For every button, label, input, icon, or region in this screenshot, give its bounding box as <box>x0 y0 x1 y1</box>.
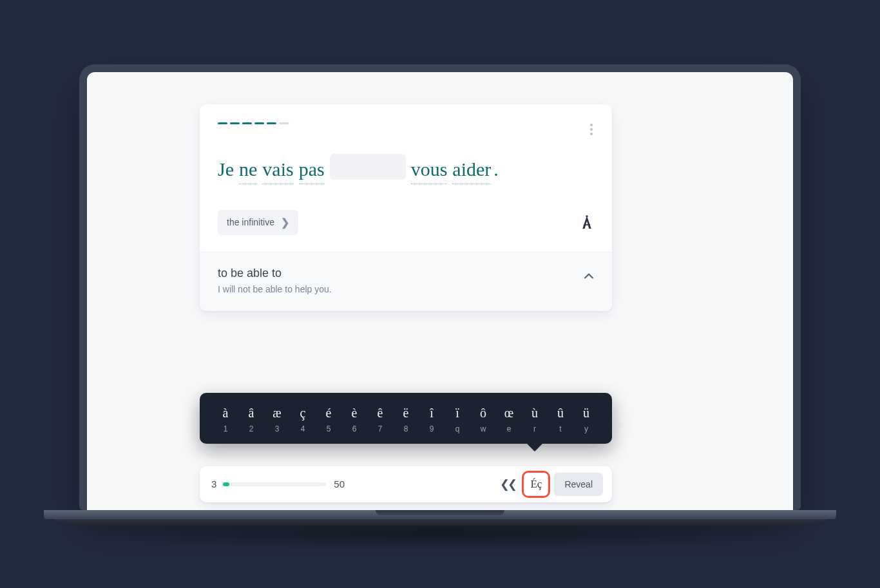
accent-char: ï <box>445 406 470 421</box>
translation-title: to be able to <box>218 267 594 280</box>
progress-dash <box>267 122 276 124</box>
card-top: Jenevaispasvousaider. the infinitive ❯ <box>200 104 612 252</box>
accent-shortcut: 2 <box>238 424 264 433</box>
progress-track[interactable] <box>223 482 326 486</box>
progress-dash <box>242 122 252 124</box>
chevron-right-icon: ❯ <box>281 216 289 229</box>
progress-total: 50 <box>334 479 345 489</box>
progress-dash <box>279 122 289 124</box>
translation-panel: to be able to I will not be able to help… <box>200 252 612 311</box>
accent-key[interactable]: ïq <box>445 403 470 436</box>
accent-shortcut: 3 <box>264 424 290 433</box>
hint-label: the infinitive <box>227 217 274 227</box>
accent-char: û <box>548 406 573 421</box>
collapse-button[interactable] <box>581 268 597 283</box>
sentence: Jenevaispasvousaider. <box>218 150 594 184</box>
accent-char: è <box>341 406 367 421</box>
accent-char: æ <box>264 406 290 421</box>
accent-shortcut: e <box>496 424 522 433</box>
accent-key[interactable]: à1 <box>213 403 238 436</box>
accent-shortcut: w <box>470 424 496 433</box>
sentence-period: . <box>493 156 499 183</box>
accent-char: é <box>316 406 341 421</box>
sentence-word[interactable]: aider <box>452 156 491 184</box>
progress-dash <box>230 122 240 124</box>
accent-char: ç <box>290 406 316 421</box>
translation-subtitle: I will not be able to help you. <box>218 284 594 294</box>
accent-shortcut: q <box>445 424 470 433</box>
accent-key[interactable]: ùr <box>522 403 548 436</box>
accent-shortcut: 5 <box>316 424 341 433</box>
progress-dash <box>218 122 227 124</box>
accent-char: î <box>419 406 445 421</box>
progress-dash <box>254 122 264 124</box>
accent-char: œ <box>496 406 522 421</box>
progress-current: 3 <box>211 479 216 489</box>
accent-key[interactable]: è6 <box>341 403 367 436</box>
accent-key[interactable]: ê7 <box>367 403 393 436</box>
accent-key[interactable]: ç4 <box>290 403 316 436</box>
accent-char: ê <box>367 406 393 421</box>
exercise-card: Jenevaispasvousaider. the infinitive ❯ <box>200 104 612 311</box>
more-menu-button[interactable] <box>586 120 597 139</box>
accent-shortcut: r <box>522 424 548 433</box>
sentence-word[interactable]: ne <box>239 156 257 184</box>
accent-char: à <box>213 406 238 421</box>
language-icon <box>580 214 594 230</box>
svg-point-0 <box>586 215 588 217</box>
accent-key[interactable]: â2 <box>238 403 264 436</box>
svg-rect-1 <box>584 224 590 225</box>
accent-shortcut: 8 <box>393 424 419 433</box>
accent-key[interactable]: ôw <box>470 403 496 436</box>
sentence-word[interactable]: vous <box>411 156 448 184</box>
rewind-button[interactable]: ❮❮ <box>495 473 521 495</box>
accent-shortcut: 7 <box>367 424 393 433</box>
accent-key[interactable]: ë8 <box>393 403 419 436</box>
sentence-word[interactable]: Je <box>218 156 234 184</box>
sentence-word[interactable]: vais <box>262 156 293 184</box>
accent-picker-popup: à1â2æ3ç4é5è6ê7ë8î9ïqôwœeùrûtüy <box>200 393 612 444</box>
accent-shortcut: 9 <box>419 424 445 433</box>
reveal-button[interactable]: Reveal <box>554 473 603 496</box>
accent-shortcut: 6 <box>341 424 367 433</box>
accent-char: ë <box>393 406 419 421</box>
accent-toggle-button[interactable]: Éç <box>524 474 548 495</box>
accent-char: ü <box>573 406 599 421</box>
accent-shortcut: 4 <box>290 424 316 433</box>
accent-char: â <box>238 406 264 421</box>
progress-fill <box>223 482 229 486</box>
bottom-toolbar: 3 50 ❮❮ Éç Reveal <box>200 466 612 502</box>
accent-shortcut: t <box>548 424 573 433</box>
accent-key[interactable]: é5 <box>316 403 341 436</box>
accent-shortcut: 1 <box>213 424 238 433</box>
accent-key[interactable]: æ3 <box>264 403 290 436</box>
answer-blank[interactable] <box>330 154 406 180</box>
accent-char: ù <box>522 406 548 421</box>
accent-key[interactable]: î9 <box>419 403 445 436</box>
app-screen: Jenevaispasvousaider. the infinitive ❯ <box>87 72 793 510</box>
accent-char: ô <box>470 406 496 421</box>
hint-chip[interactable]: the infinitive ❯ <box>218 210 298 235</box>
accent-key[interactable]: œe <box>496 403 522 436</box>
accent-key[interactable]: üy <box>573 403 599 436</box>
accent-shortcut: y <box>573 424 599 433</box>
accent-key[interactable]: ût <box>548 403 573 436</box>
exercise-progress-dashes <box>218 122 594 124</box>
sentence-word[interactable]: pas <box>299 156 325 184</box>
